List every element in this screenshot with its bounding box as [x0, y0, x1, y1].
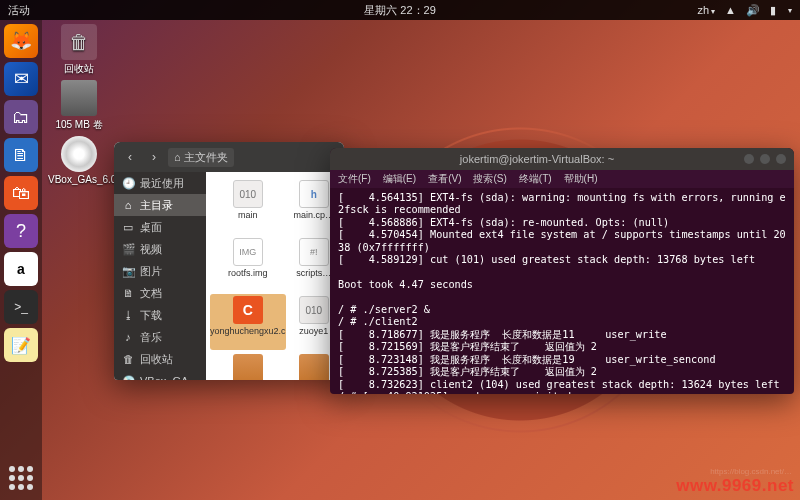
sidebar-icon: 🎬 [122, 243, 134, 256]
sidebar-icon: 🗑 [122, 353, 134, 365]
file-label: main [210, 210, 286, 220]
desktop: 🗑 回收站 105 MB 卷 VBox_GAs_6.0.12 [48, 24, 110, 185]
terminal-titlebar[interactable]: jokertim@jokertim-VirtualBox: ~ [330, 148, 794, 170]
dock-firefox[interactable]: 🦊 [4, 24, 38, 58]
dock-amazon[interactable]: a [4, 252, 38, 286]
dock-terminal[interactable]: >_ [4, 290, 38, 324]
sidebar-item[interactable]: ♪音乐 [114, 326, 206, 348]
files-sidebar: 🕘最近使用⌂主目录▭桌面🎬视频📷图片🗎文档⭳下载♪音乐🗑回收站💿VBox_GA…… [114, 172, 206, 380]
files-icon-view[interactable]: 010mainhmain.cp…IMGrootfs.img#!scripts…C… [206, 172, 344, 380]
sidebar-label: 音乐 [140, 330, 162, 345]
menu-item[interactable]: 文件(F) [338, 172, 371, 186]
file-icon [233, 354, 263, 380]
sidebar-item[interactable]: ▭桌面 [114, 216, 206, 238]
network-icon[interactable]: ▲ [725, 4, 736, 16]
sidebar-icon: ⭳ [122, 309, 134, 321]
sidebar-label: 下载 [140, 308, 162, 323]
file-icon: 010 [233, 180, 263, 208]
volume-icon[interactable]: 🔊 [746, 4, 760, 17]
sidebar-icon: 💿 [122, 375, 134, 381]
dock-files[interactable]: 🗂 [4, 100, 38, 134]
sidebar-item[interactable]: 🗎文档 [114, 282, 206, 304]
file-item[interactable]: IMGrootfs.img [210, 236, 286, 292]
terminal-window[interactable]: jokertim@jokertim-VirtualBox: ~ 文件(F)编辑(… [330, 148, 794, 394]
sidebar-label: 图片 [140, 264, 162, 279]
menu-item[interactable]: 查看(V) [428, 172, 461, 186]
back-button[interactable]: ‹ [120, 147, 140, 167]
menu-item[interactable]: 终端(T) [519, 172, 552, 186]
battery-icon[interactable]: ▮ [770, 4, 776, 17]
sidebar-icon: ⌂ [122, 199, 134, 211]
desktop-label: VBox_GAs_6.0.12 [48, 174, 110, 185]
dock-text-editor[interactable]: 📝 [4, 328, 38, 362]
sidebar-label: 主目录 [140, 198, 173, 213]
source-watermark: https://blog.csdn.net/… [710, 467, 792, 476]
file-icon: #! [299, 238, 329, 266]
terminal-output[interactable]: [ 4.564135] EXT4-fs (sda): warning: moun… [330, 188, 794, 394]
sidebar-label: 视频 [140, 242, 162, 257]
watermark: www.9969.net [676, 476, 794, 496]
activities-button[interactable]: 活动 [8, 3, 30, 18]
file-item[interactable]: 文档 [210, 352, 286, 380]
sidebar-label: 桌面 [140, 220, 162, 235]
sidebar-label: 回收站 [140, 352, 173, 367]
sidebar-item[interactable]: 💿VBox_GA…⏏ [114, 370, 206, 380]
file-icon: IMG [233, 238, 263, 266]
sidebar-label: 文档 [140, 286, 162, 301]
file-label: rootfs.img [210, 268, 286, 278]
top-panel: 活动 星期六 22：29 zh▾ ▲ 🔊 ▮ ▾ [0, 0, 800, 20]
sidebar-item[interactable]: ⭳下载 [114, 304, 206, 326]
file-icon: C [233, 296, 263, 324]
terminal-title: jokertim@jokertim-VirtualBox: ~ [460, 153, 614, 165]
sidebar-item[interactable]: 🎬视频 [114, 238, 206, 260]
disk-icon [61, 80, 97, 116]
sidebar-item[interactable]: 🗑回收站 [114, 348, 206, 370]
desktop-label: 105 MB 卷 [48, 118, 110, 132]
dock: 🦊 ✉ 🗂 🗎 🛍 ? a >_ 📝 [0, 20, 42, 500]
sidebar-icon: 🕘 [122, 177, 134, 190]
terminal-menubar[interactable]: 文件(F)编辑(E)查看(V)搜索(S)终端(T)帮助(H) [330, 170, 794, 188]
system-menu-caret-icon[interactable]: ▾ [788, 6, 792, 15]
dock-software[interactable]: 🛍 [4, 176, 38, 210]
file-item[interactable]: Cyonghuchengxu2.c [210, 294, 286, 350]
dock-writer[interactable]: 🗎 [4, 138, 38, 172]
desktop-label: 回收站 [48, 62, 110, 76]
show-applications-button[interactable] [9, 466, 33, 490]
sidebar-icon: ♪ [122, 331, 134, 343]
files-window[interactable]: ‹ › ⌂ 主文件夹 🕘最近使用⌂主目录▭桌面🎬视频📷图片🗎文档⭳下载♪音乐🗑回… [114, 142, 344, 380]
home-icon: ⌂ [174, 151, 181, 163]
cd-icon [61, 136, 97, 172]
menu-item[interactable]: 编辑(E) [383, 172, 416, 186]
sidebar-icon: 📷 [122, 265, 134, 278]
desktop-volume[interactable]: 105 MB 卷 [48, 80, 110, 132]
sidebar-icon: 🗎 [122, 287, 134, 299]
path-breadcrumb[interactable]: ⌂ 主文件夹 [168, 148, 234, 167]
desktop-trash[interactable]: 🗑 回收站 [48, 24, 110, 76]
file-item[interactable]: 010main [210, 178, 286, 234]
sidebar-icon: ▭ [122, 221, 134, 234]
file-icon: h [299, 180, 329, 208]
sidebar-label: 最近使用 [140, 176, 184, 191]
input-method-indicator[interactable]: zh▾ [697, 4, 715, 16]
files-headerbar: ‹ › ⌂ 主文件夹 [114, 142, 344, 172]
breadcrumb-label: 主文件夹 [184, 150, 228, 165]
dock-help[interactable]: ? [4, 214, 38, 248]
minimize-button[interactable] [744, 154, 754, 164]
sidebar-item[interactable]: 🕘最近使用 [114, 172, 206, 194]
file-label: yonghuchengxu2.c [210, 326, 286, 336]
menu-item[interactable]: 帮助(H) [564, 172, 598, 186]
sidebar-item[interactable]: ⌂主目录 [114, 194, 206, 216]
close-button[interactable] [776, 154, 786, 164]
menu-item[interactable]: 搜索(S) [473, 172, 506, 186]
maximize-button[interactable] [760, 154, 770, 164]
file-icon [299, 354, 329, 380]
file-icon: 010 [299, 296, 329, 324]
forward-button[interactable]: › [144, 147, 164, 167]
trash-icon: 🗑 [61, 24, 97, 60]
desktop-cdrom[interactable]: VBox_GAs_6.0.12 [48, 136, 110, 185]
sidebar-label: VBox_GA… [140, 375, 199, 380]
sidebar-item[interactable]: 📷图片 [114, 260, 206, 282]
dock-thunderbird[interactable]: ✉ [4, 62, 38, 96]
clock[interactable]: 星期六 22：29 [364, 3, 436, 18]
